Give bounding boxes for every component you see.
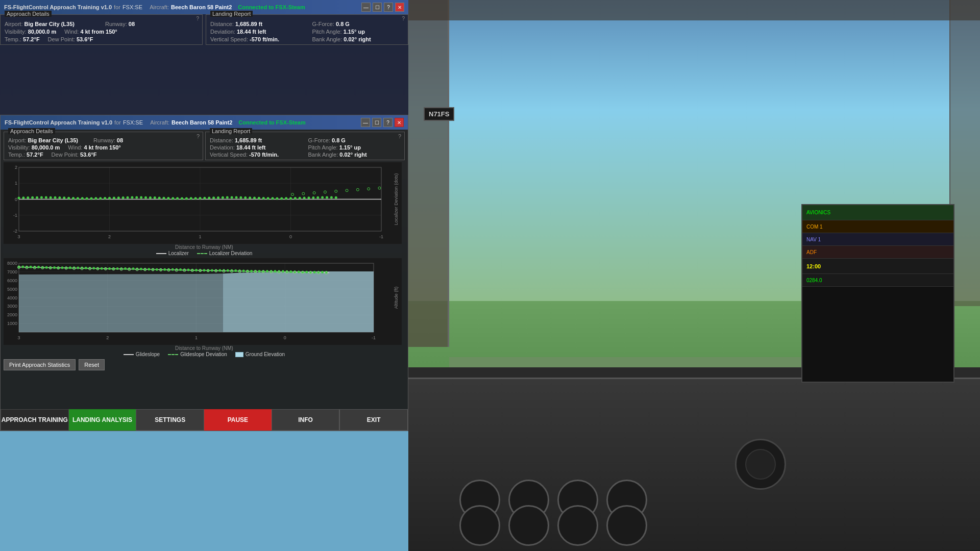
aircraft-name-2: Beech Baron 58 Paint2: [172, 119, 232, 126]
airport-label: Airport:: [5, 21, 22, 27]
ap-runway-value: 08: [117, 137, 123, 143]
localizer-legend-label: Localizer: [168, 251, 189, 256]
lr-vs-label: Vertical Speed:: [210, 152, 248, 158]
lr-vs-value: -570 ft/min.: [249, 152, 279, 158]
ap-temp-label: Temp.:: [8, 152, 25, 158]
close-btn-2[interactable]: ✕: [395, 118, 404, 127]
chart1-x-label: Distance to Runway (NM): [4, 244, 405, 250]
pause-button[interactable]: PAUSE: [204, 409, 272, 431]
ap-runway-label: Runway:: [93, 137, 115, 143]
minimize-button[interactable]: —: [361, 3, 371, 12]
action-bar: APPROACH TRAINING LANDING ANALYSIS SETTI…: [1, 409, 408, 431]
approach-help-icon[interactable]: ?: [196, 16, 199, 21]
visibility-label: Visibility:: [5, 29, 27, 35]
ap-dew-value: 53.6°F: [80, 152, 97, 158]
bank-value: 0.02° right: [344, 36, 371, 42]
lr-dev-label: Deviation:: [210, 144, 235, 151]
top-bar: FS-FlightControl Approach Training v1.0 …: [0, 0, 408, 115]
deviation-value: 18.44 ft left: [237, 29, 266, 35]
callsign-display: N71FS: [424, 107, 454, 121]
temp-label: Temp.:: [5, 36, 21, 42]
distance-value: 1,685.89 ft: [235, 21, 262, 27]
lr-bank-value: 0.02° right: [339, 152, 366, 158]
sim-label-2: FSX:SE: [123, 119, 143, 126]
airport-value: Big Bear City (L35): [24, 21, 75, 27]
vspeed-label: Vertical Speed:: [210, 36, 248, 42]
small-buttons-row: Print Approach Statistics Reset: [4, 359, 405, 370]
chart1-legend: Localizer Localizer Deviation: [4, 251, 405, 256]
ap-vis-value: 80,000.0 m: [32, 144, 60, 151]
print-stats-button[interactable]: Print Approach Statistics: [4, 359, 76, 370]
glideslope-chart: [4, 258, 402, 345]
landing-help-icon-2[interactable]: ?: [398, 133, 401, 139]
main-title-bar: FS-FlightControl Approach Training v1.0 …: [1, 115, 408, 130]
settings-button[interactable]: SETTINGS: [136, 409, 204, 431]
landing-report-box: Landing Report ? Distance: 1,685.89 ft G…: [205, 132, 405, 160]
main-panel: FS-FlightControl Approach Training v1.0 …: [0, 115, 408, 431]
chart2-legend: Glideslope Glideslope Deviation Ground E…: [4, 352, 405, 357]
landing-analysis-button[interactable]: LANDING ANALYSIS: [69, 409, 136, 431]
connection-status-2: Connected to FSX-Steam: [238, 119, 305, 126]
ap-wind-label: Wind:: [68, 144, 82, 151]
temp-value: 57.2°F: [23, 36, 40, 42]
wind-value: 4 kt from 150°: [81, 29, 117, 35]
ap-temp-value: 57.2°F: [27, 152, 43, 158]
legend-localizer: Localizer: [156, 251, 189, 256]
lr-bank-label: Bank Angle:: [308, 152, 338, 158]
help-button[interactable]: ?: [384, 3, 393, 12]
dew-value: 53.6°F: [77, 36, 93, 42]
minimize-btn-2[interactable]: —: [361, 118, 370, 127]
legend-ground: Ground Elevation: [235, 352, 285, 357]
close-button[interactable]: ✕: [395, 3, 404, 12]
ap-dew-label: Dew Point:: [52, 152, 79, 158]
lr-gforce-value: 0.8 G: [332, 137, 346, 143]
glideslope-chart-container: Distance to Runway (NM) Glideslope Glide…: [4, 258, 405, 357]
for-label-2: for: [114, 119, 121, 126]
gforce-label: G-Force:: [312, 21, 334, 27]
exit-button[interactable]: EXIT: [339, 409, 408, 431]
lr-pitch-value: 1.15° up: [339, 144, 361, 151]
lr-dist-label: Distance:: [210, 137, 233, 143]
legend-glideslope-dev: Glideslope Deviation: [168, 352, 227, 357]
bank-label: Bank Angle:: [312, 36, 342, 42]
localizer-chart: [4, 162, 402, 244]
landing-report-section: Landing Report ? Distance: 1,685.89 ft G…: [206, 14, 408, 45]
runway-label: Runway:: [105, 21, 127, 27]
pitch-label: Pitch Angle:: [312, 29, 342, 35]
glideslope-dev-legend-label: Glideslope Deviation: [180, 352, 227, 357]
gforce-value: 0.8 G: [336, 21, 350, 27]
lr-dist-value: 1,685.89 ft: [235, 137, 262, 143]
lr-pitch-label: Pitch Angle:: [308, 144, 338, 151]
aircraft-label: Aircraft:: [150, 4, 169, 10]
title-bar: FS-FlightControl Approach Training v1.0 …: [0, 0, 408, 14]
lr-dev-value: 18.44 ft left: [236, 144, 265, 151]
approach-training-button[interactable]: APPROACH TRAINING: [1, 409, 69, 431]
landing-report-label: Landing Report: [210, 11, 253, 17]
chart2-x-label: Distance to Runway (NM): [4, 345, 405, 351]
wind-label: Wind:: [64, 29, 79, 35]
maximize-button[interactable]: ☐: [373, 3, 382, 12]
landing-help-icon[interactable]: ?: [402, 16, 405, 21]
ap-airport-label: Airport:: [8, 137, 26, 143]
reset-button[interactable]: Reset: [79, 359, 105, 370]
landing-report-box-label: Landing Report: [210, 128, 252, 134]
help-btn-2[interactable]: ?: [383, 118, 393, 127]
distance-label: Distance:: [210, 21, 234, 27]
runway-value: 08: [129, 21, 135, 27]
for-label: for: [114, 4, 120, 10]
localizer-chart-container: Distance to Runway (NM) Localizer Locali…: [4, 162, 405, 256]
aircraft-name: Beech Baron 58 Paint2: [171, 4, 232, 10]
glideslope-legend-label: Glideslope: [136, 352, 160, 357]
approach-help-icon-2[interactable]: ?: [197, 133, 200, 139]
info-button[interactable]: INFO: [272, 409, 340, 431]
approach-details-box-label: Approach Details: [8, 128, 55, 134]
legend-localizer-dev: Localizer Deviation: [197, 251, 253, 256]
ap-vis-label: Visibility:: [8, 144, 30, 151]
app-title: FS-FlightControl Approach Training v1.0: [4, 4, 112, 10]
maximize-btn-2[interactable]: ☐: [372, 118, 381, 127]
visibility-value: 80,000.0 m: [28, 29, 57, 35]
deviation-label: Deviation:: [210, 29, 235, 35]
approach-details-box: Approach Details ? Airport: Big Bear Cit…: [4, 132, 203, 160]
localizer-dev-legend-label: Localizer Deviation: [209, 251, 253, 256]
lr-gforce-label: G-Force:: [308, 137, 330, 143]
